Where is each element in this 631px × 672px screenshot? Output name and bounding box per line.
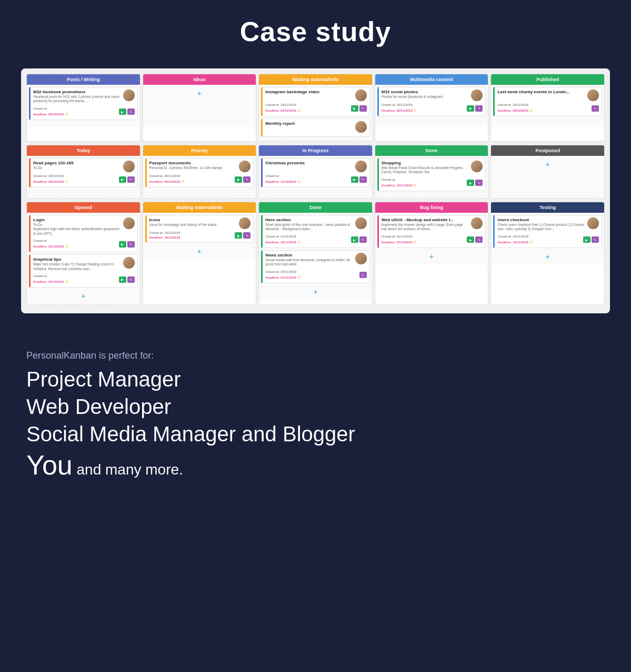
add-card-button[interactable]: + [493,250,602,263]
col-body-priority: Passport documents Personal ID, 3 photos… [143,156,256,198]
edit-button[interactable]: ✎ [475,105,483,112]
col-header-postponed: Postponed [491,145,604,156]
task-card: Last week charity events in Londo... Clo… [493,87,602,116]
col-body-postponed: + [491,156,604,198]
col-header-done: Done [375,145,488,156]
avatar [355,253,367,264]
add-card-button[interactable]: + [145,245,254,258]
col-header-posts: Posts / Writing [27,74,140,85]
play-button[interactable]: ▶ [467,180,474,186]
col-header-inprogress: In Progress [259,145,372,156]
avatar [471,90,483,101]
add-card-button[interactable]: + [145,87,254,100]
col-body-waiting2: Icons Icons for homepage and history of … [143,213,256,260]
col-body-opened: Login To-DoImplement login with two-fact… [27,213,140,304]
col-header-waiting2: Waiting material/Info [143,202,256,213]
edit-button[interactable]: ✎ [243,232,251,239]
kanban-col-posts: Posts / Writing M32 facebook promotions … [26,74,141,142]
col-body-published: Last week charity events in Londo... Clo… [491,85,604,127]
play-button[interactable]: ▶ [119,276,126,283]
add-card-button[interactable]: + [29,290,138,302]
kanban-board: Posts / Writing M32 facebook promotions … [21,68,610,313]
kanban-col-waiting2: Waiting material/Info Icons Icons for ho… [143,202,257,305]
col-body-testing: Users checkout Check users checkout flow… [491,213,604,265]
page-title: Case study [11,16,620,47]
edit-button[interactable]: ✎ [592,105,599,112]
col-body-posts: M32 facebook promotions Facebook posts f… [27,85,140,127]
add-card-button[interactable]: + [261,285,370,298]
play-button[interactable]: ▶ [467,105,474,112]
kanban-col-priority: Priority Passport documents Personal ID,… [143,145,257,199]
avatar [123,161,135,172]
add-card-button[interactable]: + [377,250,486,263]
col-header-ideas: Ideas [143,74,256,85]
col-body-multimedia: M32 social photos Photos for social (fac… [375,85,488,127]
task-card: M32 social photos Photos for social (fac… [377,87,486,116]
edit-button[interactable]: ✎ [359,272,367,278]
edit-button[interactable]: ✎ [359,105,367,112]
task-card: Christmas presents Closed at: Deadline: … [261,158,370,187]
col-body-inprogress: Christmas presents Closed at: Deadline: … [259,156,372,198]
avatar [123,257,135,269]
play-button[interactable]: ▶ [351,236,358,243]
avatar [355,161,367,172]
task-card: Hero section Short description of the co… [261,215,370,248]
play-button[interactable]: ▶ [119,241,126,248]
avatar [239,218,251,229]
avatar [471,161,483,172]
col-header-opened: Opened [27,202,140,213]
edit-button[interactable]: ✎ [243,176,251,183]
role-suffix: and many more. [73,461,183,478]
edit-button[interactable]: ✎ [475,236,483,243]
edit-button[interactable]: ✎ [127,276,135,283]
avatar [355,121,367,133]
edit-button[interactable]: ✎ [359,176,367,183]
edit-button[interactable]: ✎ [127,108,135,115]
play-button[interactable]: ▶ [119,108,126,115]
edit-button[interactable]: ✎ [475,180,483,186]
avatar [587,90,599,101]
kanban-col-ideas: Ideas + [143,74,257,142]
col-header-done2: Done [259,202,372,213]
play-button[interactable]: ▶ [235,232,242,239]
kanban-row-2: Today Read pages 120-185 To-Do Closed at… [26,145,605,199]
edit-button[interactable]: ✎ [127,241,135,248]
avatar [355,218,367,229]
kanban-col-opened: Opened Login To-DoImplement login with t… [26,202,141,305]
edit-button[interactable]: ✎ [592,236,599,243]
task-card: Web UI/UX - Mockup and website f... Impl… [377,215,486,248]
avatar [471,218,483,229]
kanban-col-bugfixing: Bug fixing Web UI/UX - Mockup and websit… [375,202,489,305]
task-card: Instagram backstage video Closed at: 29/… [261,87,370,116]
col-header-waiting: Waiting material/Info [259,74,372,85]
edit-button[interactable]: ✎ [359,236,367,243]
role-list: Project Manager Web Developer Social Med… [26,365,605,483]
task-card: Read pages 120-185 To-Do Closed at: 25/1… [29,158,138,187]
play-button[interactable]: ▶ [351,105,358,112]
col-body-done: Shopping Milk Bread Pasta Onion Biscuits… [375,156,488,198]
avatar [123,218,135,229]
play-button[interactable]: ▶ [351,176,358,183]
kanban-col-done: Done Shopping Milk Bread Pasta Onion Bis… [375,145,489,199]
kanban-col-inprogress: In Progress Christmas presents Closed at… [258,145,373,199]
task-card: Shopping Milk Bread Pasta Onion Biscuits… [377,158,486,191]
avatar [239,161,251,172]
col-header-priority: Priority [143,145,256,156]
task-card: Graphical tips Make font smaller (14px ?… [29,254,138,288]
role-item-you: You and many more. [26,448,605,483]
play-button[interactable]: ▶ [235,176,242,183]
col-body-today: Read pages 120-185 To-Do Closed at: 25/1… [27,156,140,198]
kanban-col-waiting: Waiting material/Info Instagram backstag… [258,74,373,142]
task-card: Icons Icons for homepage and history of … [145,215,254,243]
play-button[interactable]: ▶ [583,236,590,243]
play-button[interactable]: ▶ [467,236,474,243]
play-button[interactable]: ▶ [119,176,126,183]
col-header-bugfixing: Bug fixing [375,202,488,213]
add-card-button[interactable]: + [493,158,602,171]
col-header-published: Published [491,74,604,85]
avatar [123,90,135,101]
subtitle-text: PersonalKanban is perfect for: [26,350,605,361]
edit-button[interactable]: ✎ [127,176,135,183]
task-card: Monthly report [261,118,370,137]
col-header-testing: Testing [491,202,604,213]
